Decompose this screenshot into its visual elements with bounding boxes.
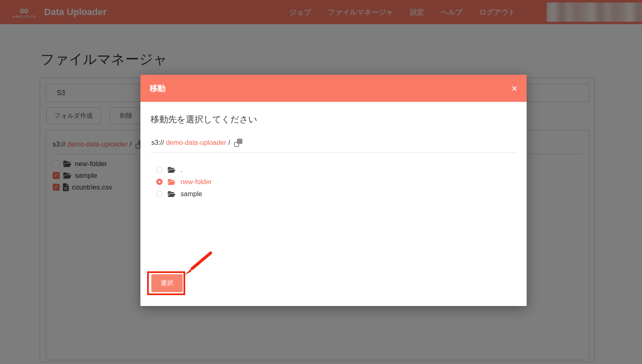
divider — [150, 152, 517, 153]
move-dialog-title: 移動 — [150, 83, 166, 94]
copy-icon-front — [237, 139, 242, 144]
move-dialog-header: 移動 × — [140, 75, 527, 102]
radio-unselected[interactable] — [156, 191, 163, 197]
radio-unselected[interactable] — [156, 167, 163, 173]
destination-options: . new-folder sample — [156, 165, 517, 198]
folder-open-icon — [167, 167, 176, 173]
path-prefix: s3:// — [151, 139, 164, 147]
option-label[interactable]: new-folder — [181, 178, 212, 186]
folder-open-icon — [167, 179, 176, 185]
option-label[interactable]: sample — [181, 190, 202, 198]
modal-breadcrumb: s3://demo-data-uploader/ — [151, 139, 517, 147]
close-icon[interactable]: × — [512, 83, 517, 94]
option-label[interactable]: . — [181, 166, 182, 174]
path-suffix: / — [228, 139, 230, 147]
select-button[interactable]: 選択 — [151, 274, 183, 292]
destination-prompt: 移動先を選択してください — [150, 114, 517, 125]
option-new-folder[interactable]: new-folder — [156, 177, 517, 186]
move-dialog: 移動 × 移動先を選択してください s3://demo-data-uploade… — [140, 75, 527, 306]
bucket-link[interactable]: demo-data-uploader — [166, 139, 226, 147]
option-current-dir[interactable]: . — [156, 165, 517, 174]
move-dialog-body: 移動先を選択してください s3://demo-data-uploader/ . — [140, 102, 527, 306]
folder-open-icon — [167, 191, 176, 197]
radio-selected[interactable] — [156, 179, 163, 185]
option-sample[interactable]: sample — [156, 190, 517, 198]
copy-path-icon[interactable] — [234, 139, 243, 147]
